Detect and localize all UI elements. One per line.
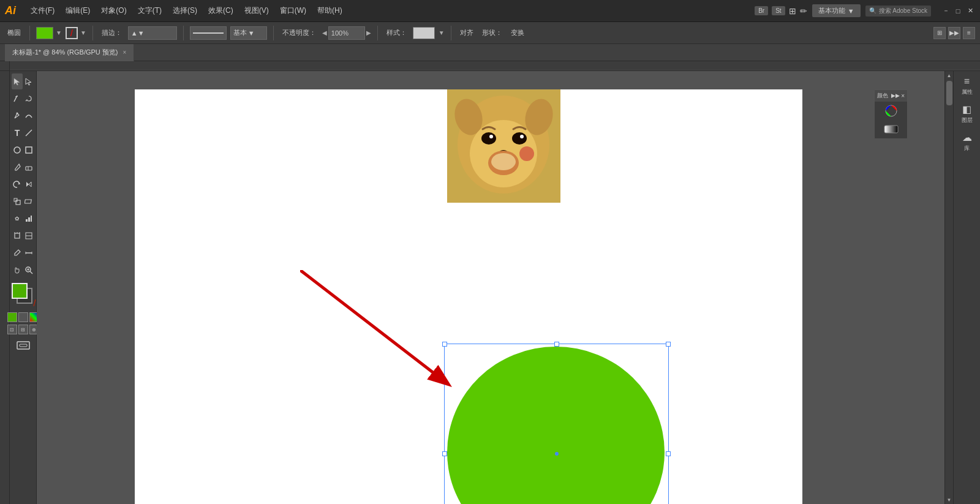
separator-3 — [183, 26, 184, 40]
more-btn[interactable]: ≡ — [963, 27, 975, 39]
magic-wand-tool[interactable] — [12, 91, 23, 107]
library-panel-btn[interactable]: ☁ 库 — [956, 129, 978, 155]
close-icon[interactable]: ✕ — [965, 6, 975, 16]
opacity-expand-icon[interactable]: ◀ — [322, 29, 327, 36]
style-swatch[interactable] — [413, 27, 435, 39]
scroll-thumb[interactable] — [946, 81, 952, 105]
none-icon[interactable]: / — [34, 299, 36, 307]
layers-panel-btn[interactable]: ◧ 图层 — [956, 101, 978, 127]
screen-mode2-btn[interactable]: ⊟ — [18, 325, 28, 334]
arrange-btn[interactable]: ▶▶ — [948, 27, 960, 39]
fill-color-swatch[interactable] — [12, 283, 28, 299]
line-style-dropdown[interactable]: 基本 ▼ — [230, 26, 267, 40]
grid-view-icon[interactable]: ⊞ — [789, 6, 796, 16]
measure-tool[interactable] — [23, 245, 34, 261]
curvature-tool[interactable] — [23, 108, 34, 124]
screen-mode-btn[interactable]: ⊡ — [7, 325, 17, 334]
gradient-panel-item[interactable] — [875, 120, 907, 138]
document-tab[interactable]: 未标题-1* @ 84% (RGB/GPU 预览) × — [5, 44, 134, 61]
handle-middle-right[interactable] — [666, 451, 671, 456]
direct-selection-tool[interactable] — [23, 73, 34, 89]
main-layout: T — [0, 71, 980, 504]
svg-point-42 — [491, 153, 516, 170]
fill-swatch[interactable] — [36, 27, 53, 39]
opacity-collapse-icon[interactable]: ▶ — [366, 29, 371, 36]
tab-close-icon[interactable]: × — [123, 49, 127, 56]
slice-tool[interactable] — [23, 228, 34, 244]
stroke-width-dropdown[interactable]: ▲▼ — [128, 26, 177, 40]
reflect-tool[interactable] — [23, 176, 34, 192]
pen-tool[interactable] — [12, 108, 23, 124]
menu-object[interactable]: 对象(O) — [96, 3, 131, 18]
rotate-tool[interactable] — [12, 176, 23, 192]
line-style-preview[interactable] — [190, 26, 227, 40]
rectangle-tool[interactable] — [23, 142, 34, 158]
green-circle[interactable] — [447, 347, 665, 504]
svg-line-4 — [26, 130, 32, 136]
window-controls: － □ ✕ — [941, 6, 975, 16]
workspace-button[interactable]: 基本功能 ▼ — [812, 4, 861, 17]
color-mode-btn[interactable] — [7, 312, 17, 322]
paintbrush-tool[interactable] — [12, 159, 23, 175]
symbol-group: ✿ — [12, 211, 34, 227]
doge-image[interactable] — [447, 89, 560, 203]
maximize-icon[interactable]: □ — [953, 6, 963, 16]
style-arrow-icon[interactable]: ▼ — [439, 29, 445, 36]
close-panel-icon[interactable]: × — [901, 92, 905, 99]
menu-text[interactable]: 文字(T) — [133, 3, 167, 18]
zoom-tool[interactable] — [23, 262, 34, 278]
hand-zoom-group — [12, 262, 34, 278]
fill-arrow-icon[interactable]: ▼ — [56, 29, 62, 36]
scroll-up-icon[interactable]: ▲ — [945, 71, 954, 80]
scroll-down-icon[interactable]: ▼ — [945, 495, 954, 504]
red-arrow — [300, 270, 459, 393]
menu-select[interactable]: 选择(S) — [168, 3, 202, 18]
handle-top-left[interactable] — [442, 342, 447, 347]
handle-top-center[interactable] — [554, 342, 559, 347]
horizontal-ruler — [10, 61, 980, 70]
stock-btn[interactable]: St — [772, 6, 785, 15]
menu-window[interactable]: 窗口(W) — [275, 3, 311, 18]
hand-tool[interactable] — [12, 262, 23, 278]
color-panel-item[interactable] — [875, 102, 907, 120]
grid-btn[interactable]: ⊞ — [933, 27, 946, 39]
stroke-slash-icon: / — [70, 29, 73, 37]
properties-icon: ≡ — [964, 76, 970, 87]
scroll-track[interactable] — [945, 80, 953, 495]
doge-svg — [447, 89, 560, 203]
stroke-swatch[interactable]: / — [66, 27, 78, 39]
change-screen-btn[interactable] — [15, 339, 32, 353]
artboard-tool[interactable] — [12, 228, 23, 244]
menu-file[interactable]: 文件(F) — [26, 3, 59, 18]
lasso-tool[interactable] — [23, 91, 34, 107]
stroke-arrow-icon[interactable]: ▼ — [80, 29, 86, 36]
graph-tool[interactable] — [23, 211, 34, 227]
properties-panel-btn[interactable]: ≡ 属性 — [956, 73, 978, 99]
minimize-icon[interactable]: － — [941, 6, 951, 16]
bridge-btn[interactable]: Br — [755, 6, 768, 15]
opacity-dropdown[interactable]: 100% — [328, 26, 365, 40]
expand-panel-icon[interactable]: ▶▶ — [891, 92, 900, 99]
handle-middle-left[interactable] — [442, 451, 447, 456]
type-tool[interactable]: T — [12, 125, 23, 141]
symbol-tool[interactable]: ✿ — [12, 211, 23, 227]
eraser-tool[interactable] — [23, 159, 34, 175]
opacity-label: 不透明度： — [280, 28, 318, 37]
menu-view[interactable]: 视图(V) — [239, 3, 274, 18]
selection-tool[interactable] — [12, 73, 23, 89]
arrange-icon[interactable]: ✏ — [800, 6, 807, 16]
handle-top-right[interactable] — [666, 342, 671, 347]
grayscale-btn[interactable] — [18, 312, 28, 322]
eyedropper-tool[interactable] — [12, 245, 23, 261]
search-area[interactable]: 🔍 搜索 Adobe Stock — [865, 6, 931, 17]
scale-tool[interactable] — [12, 194, 23, 209]
menu-effect[interactable]: 效果(C) — [203, 3, 238, 18]
shear-tool[interactable] — [23, 194, 34, 209]
align-btn[interactable]: 对齐 — [458, 28, 476, 37]
menu-help[interactable]: 帮助(H) — [312, 3, 347, 18]
line-tool[interactable] — [23, 125, 34, 141]
ellipse-tool[interactable] — [12, 142, 23, 158]
shape-tool-group — [12, 142, 34, 158]
menu-edit[interactable]: 编辑(E) — [61, 3, 95, 18]
svg-rect-15 — [15, 233, 20, 238]
